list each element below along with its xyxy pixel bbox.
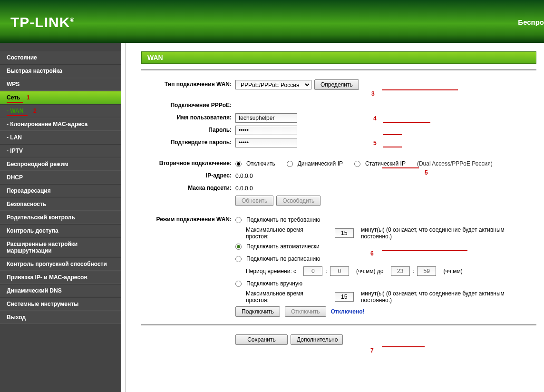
marker-6: 6 — [370, 250, 374, 257]
page-title: WAN — [141, 51, 536, 64]
underline-username — [383, 122, 430, 123]
sidebar-item-2[interactable]: WPS — [0, 78, 121, 91]
header-model: Беспро — [518, 18, 544, 26]
marker-1: 1 — [27, 94, 30, 101]
sidebar-item-9[interactable]: DHCP — [0, 171, 121, 184]
opt-auto[interactable]: Подключить автоматически — [246, 243, 320, 250]
sidebar-item-4[interactable]: - WAN2 — [0, 104, 121, 118]
radio-dynamic[interactable] — [287, 161, 293, 167]
brand-logo: TP-LINK® — [10, 14, 75, 30]
mask-value: 0.0.0.0 — [235, 185, 536, 192]
sidebar-item-8[interactable]: Беспроводной режим — [0, 157, 121, 171]
idle-input-1[interactable] — [335, 228, 354, 238]
ip-value: 0.0.0.0 — [235, 173, 536, 179]
username-input[interactable] — [235, 113, 297, 123]
radio-schedule[interactable] — [235, 256, 242, 262]
marker-4: 4 — [373, 115, 377, 122]
underline-auto — [382, 250, 467, 251]
sidebar-divider — [121, 43, 126, 392]
sidebar-item-13[interactable]: Контроль доступа — [0, 224, 121, 237]
sidebar-item-19[interactable]: Выход — [0, 311, 121, 324]
sidebar-item-6[interactable]: - LAN — [0, 131, 121, 144]
idle-label: Максимальное время простоя: — [246, 226, 327, 240]
sidebar-item-15[interactable]: Контроль пропускной способности — [0, 257, 121, 271]
radio-manual[interactable] — [235, 281, 242, 287]
wan-type-label: Тип подключения WAN: — [141, 81, 235, 88]
schedule-label: Период времени: с — [246, 268, 296, 274]
renew-button[interactable]: Обновить — [235, 196, 273, 206]
password2-input[interactable] — [235, 138, 297, 147]
header: TP-LINK® Беспро — [0, 0, 544, 43]
sidebar-item-0[interactable]: Состояние — [0, 51, 121, 64]
sched-m2[interactable] — [417, 266, 436, 276]
radio-ondemand[interactable] — [235, 217, 242, 223]
save-button[interactable]: Сохранить — [235, 334, 288, 345]
disconnect-button[interactable]: Отключить — [285, 306, 326, 317]
sched-hint: (чч:мм) — [443, 268, 462, 274]
opt-dynamic[interactable]: Динамический IP — [298, 160, 343, 167]
sidebar-item-10[interactable]: Переадресация — [0, 184, 121, 197]
mask-label: Маска подсети: — [141, 185, 235, 192]
underline-password2 — [383, 147, 402, 147]
sidebar-item-5[interactable]: - Клонирование MAC-адреса — [0, 118, 121, 131]
marker-2: 2 — [33, 108, 37, 114]
separator-2 — [141, 324, 536, 325]
underline-password — [383, 134, 402, 135]
password-label: Пароль: — [141, 127, 235, 134]
opt-manual[interactable]: Подключить вручную — [246, 280, 302, 287]
connection-status: Отключено! — [331, 308, 365, 315]
sidebar-item-17[interactable]: Динамический DNS — [0, 284, 121, 297]
opt-schedule[interactable]: Подключить по расписанию — [246, 255, 320, 262]
separator — [141, 69, 536, 70]
marker-3: 3 — [371, 90, 375, 97]
marker-7: 7 — [370, 347, 374, 354]
idle-label-2: Максимальное время простоя: — [246, 290, 327, 304]
idle-hint-2: минут(ы) (0 означает, что соединение буд… — [361, 290, 536, 304]
sidebar-item-11[interactable]: Безопасность — [0, 197, 121, 211]
marker-5b: 5 — [425, 169, 428, 176]
mode-label: Режим подключения WAN: — [141, 216, 235, 224]
underline-disable — [382, 167, 419, 168]
idle-hint-1: минут(ы) (0 означает, что соединение буд… — [361, 226, 536, 240]
content-area: WAN Тип подключения WAN: PPPoE/PPPoE Рос… — [126, 43, 544, 392]
username-label: Имя пользователя: — [141, 114, 235, 122]
sidebar-item-12[interactable]: Родительский контроль — [0, 211, 121, 224]
connect-button[interactable]: Подключить — [235, 306, 280, 317]
sched-to: (чч:мм) до — [356, 268, 383, 274]
radio-auto[interactable] — [235, 244, 242, 250]
secondary-hint: (Dual Access/PPPoE Россия) — [417, 160, 493, 167]
ip-label: IP-адрес: — [141, 172, 235, 180]
radio-static[interactable] — [354, 161, 360, 167]
sidebar-item-7[interactable]: - IPTV — [0, 144, 121, 157]
radio-disable[interactable] — [235, 161, 242, 167]
sidebar-item-16[interactable]: Привязка IP- и MAC-адресов — [0, 271, 121, 284]
sidebar-item-14[interactable]: Расширенные настройки маршрутизации — [0, 237, 121, 257]
secondary-label: Вторичное подключение: — [141, 160, 235, 167]
sidebar-item-18[interactable]: Системные инструменты — [0, 297, 121, 311]
sched-m1[interactable] — [330, 266, 349, 276]
pppoe-section-label: Подключение PPPoE: — [141, 102, 235, 109]
sidebar: СостояниеБыстрая настройкаWPSСеть1- WAN2… — [0, 43, 121, 392]
sched-h2[interactable] — [391, 266, 410, 276]
password2-label: Подтвердите пароль: — [141, 139, 235, 147]
detect-button[interactable]: Определить — [314, 79, 359, 90]
underline-wan-type — [382, 89, 458, 90]
underline-marker-2 — [7, 115, 28, 116]
sched-h1[interactable] — [303, 266, 322, 276]
opt-disable[interactable]: Отключить — [246, 160, 275, 167]
wan-type-select[interactable]: PPPoE/PPPoE Россия — [235, 80, 311, 89]
sidebar-item-1[interactable]: Быстрая настройка — [0, 64, 121, 78]
underline-save — [382, 346, 425, 347]
password-input[interactable] — [235, 126, 297, 135]
opt-ondemand[interactable]: Подключить по требованию — [246, 216, 320, 223]
advanced-button[interactable]: Дополнительно — [291, 334, 343, 345]
underline-marker-1 — [7, 102, 23, 103]
release-button[interactable]: Освободить — [276, 196, 321, 206]
idle-input-2[interactable] — [335, 292, 354, 302]
sidebar-item-3[interactable]: Сеть1 — [0, 91, 121, 104]
opt-static[interactable]: Статический IP — [365, 160, 406, 167]
marker-5a: 5 — [373, 140, 377, 147]
